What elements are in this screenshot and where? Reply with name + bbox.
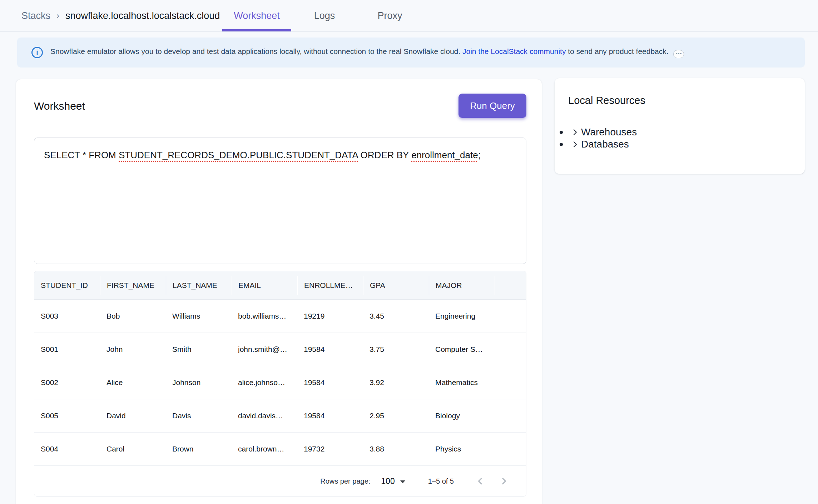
sql-text-prefix: SELECT * FROM [44, 150, 119, 160]
resource-item-label: Databases [581, 139, 629, 150]
top-navigation: Stacks › snowflake.localhost.localstack.… [0, 0, 818, 32]
table-cell: David [100, 411, 166, 420]
table-cell: david.davis… [232, 411, 297, 420]
bullet-icon [560, 143, 563, 146]
chevron-left-icon [475, 476, 486, 486]
active-tab-indicator [222, 29, 291, 31]
table-body: S003BobWilliamsbob.williams…192193.45Eng… [34, 300, 526, 466]
table-cell: S003 [34, 312, 100, 320]
resource-item-databases[interactable]: Databases [558, 138, 637, 150]
breadcrumb: Stacks › snowflake.localhost.localstack.… [21, 9, 220, 23]
table-row[interactable]: S003BobWilliamsbob.williams…192193.45Eng… [34, 300, 526, 333]
rows-per-page-label: Rows per page: [320, 477, 370, 485]
table-cell: John [100, 345, 166, 354]
worksheet-panel: Worksheet Run Query SELECT * FROM STUDEN… [16, 79, 542, 504]
results-table: STUDENT_IDFIRST_NAMELAST_NAMEEMAILENROLL… [34, 271, 526, 496]
table-cell: Computer S… [429, 345, 495, 354]
caret-down-icon [400, 480, 405, 483]
table-cell: 2.95 [363, 411, 429, 420]
breadcrumb-stacks-link[interactable]: Stacks [21, 10, 50, 21]
tab-worksheet[interactable]: Worksheet [222, 9, 291, 23]
chevron-right-icon [571, 128, 579, 136]
local-resources-title: Local Resources [568, 95, 645, 106]
table-row[interactable]: S001JohnSmithjohn.smith@…195843.75Comput… [34, 333, 526, 366]
table-cell: S005 [34, 411, 100, 420]
tab-proxy[interactable]: Proxy [363, 9, 417, 23]
column-header-enrollme-[interactable]: ENROLLME… [297, 276, 363, 295]
table-cell: Carol [100, 445, 166, 453]
table-cell: Physics [429, 445, 495, 453]
table-cell: S001 [34, 345, 100, 354]
table-cell: Mathematics [429, 378, 495, 387]
previous-page-button[interactable] [474, 475, 487, 488]
next-page-button[interactable] [497, 475, 510, 488]
table-cell: 19584 [297, 345, 363, 354]
column-header-last-name[interactable]: LAST_NAME [166, 276, 232, 295]
info-icon: i [31, 47, 43, 58]
column-header-spacer [495, 276, 526, 295]
resource-item-label: Warehouses [581, 126, 637, 138]
run-query-button[interactable]: Run Query [458, 94, 526, 118]
table-cell: S002 [34, 378, 100, 387]
local-resources-panel: Local Resources WarehousesDatabases [555, 78, 805, 174]
rows-per-page-select[interactable]: 100 [381, 476, 405, 486]
table-cell: Bob [100, 312, 166, 320]
localstack-community-link[interactable]: Join the LocalStack community [462, 47, 566, 55]
worksheet-panel-title: Worksheet [34, 100, 85, 112]
table-cell: Williams [166, 312, 232, 320]
sql-editor[interactable]: SELECT * FROM STUDENT_RECORDS_DEMO.PUBLI… [34, 138, 526, 264]
banner-text: Snowflake emulator allows you to develop… [50, 47, 684, 58]
table-cell: john.smith@… [232, 345, 297, 354]
table-cell: S004 [34, 445, 100, 453]
table-pagination: Rows per page: 100 1–5 of 5 [34, 466, 526, 496]
tab-logs[interactable]: Logs [298, 9, 351, 23]
bullet-icon [560, 131, 563, 134]
table-cell: 19584 [297, 411, 363, 420]
pagination-range: 1–5 of 5 [428, 477, 454, 485]
rows-per-page-value: 100 [381, 476, 395, 486]
local-resources-list: WarehousesDatabases [558, 126, 637, 150]
table-cell: 19732 [297, 445, 363, 453]
table-cell: Alice [100, 378, 166, 387]
column-header-major[interactable]: MAJOR [429, 276, 495, 295]
column-header-email[interactable]: EMAIL [232, 276, 297, 295]
table-cell: 3.45 [363, 312, 429, 320]
table-cell: 19584 [297, 378, 363, 387]
table-cell: Biology [429, 411, 495, 420]
column-header-first-name[interactable]: FIRST_NAME [100, 276, 166, 295]
column-header-student-id[interactable]: STUDENT_ID [34, 276, 100, 295]
resource-item-warehouses[interactable]: Warehouses [558, 126, 637, 138]
table-header-row: STUDENT_IDFIRST_NAMELAST_NAMEEMAILENROLL… [34, 271, 526, 300]
table-row[interactable]: S004CarolBrowncarol.brown…197323.88Physi… [34, 433, 526, 466]
banner-text-after: to send any product feedback. [566, 47, 668, 55]
breadcrumb-current-stack: snowflake.localhost.localstack.cloud [65, 10, 220, 21]
table-cell: carol.brown… [232, 445, 297, 453]
table-cell: Davis [166, 411, 232, 420]
table-cell: Johnson [166, 378, 232, 387]
table-cell: 3.92 [363, 378, 429, 387]
table-cell: Brown [166, 445, 232, 453]
table-cell: Smith [166, 345, 232, 354]
banner-text-before: Snowflake emulator allows you to develop… [50, 47, 462, 55]
table-row[interactable]: S002AliceJohnsonalice.johnso…195843.92Ma… [34, 366, 526, 399]
table-cell: 3.88 [363, 445, 429, 453]
breadcrumb-separator-icon: › [56, 11, 59, 21]
sql-text-middle: ORDER BY [358, 150, 411, 160]
speech-balloon-icon: ••• [673, 50, 684, 58]
table-row[interactable]: S005DavidDavisdavid.davis…195842.95Biolo… [34, 399, 526, 433]
sql-table-reference: STUDENT_RECORDS_DEMO.PUBLIC.STUDENT_DATA [119, 150, 358, 160]
table-cell: alice.johnso… [232, 378, 297, 387]
info-banner: i Snowflake emulator allows you to devel… [17, 38, 805, 68]
column-header-gpa[interactable]: GPA [363, 276, 429, 295]
chevron-right-icon [571, 140, 579, 149]
sql-text-suffix: ; [478, 150, 481, 160]
table-cell: bob.williams… [232, 312, 297, 320]
chevron-right-icon [499, 476, 509, 486]
sql-order-field: enrollment_date [411, 150, 478, 160]
table-cell: 19219 [297, 312, 363, 320]
table-cell: Engineering [429, 312, 495, 320]
table-cell: 3.75 [363, 345, 429, 354]
